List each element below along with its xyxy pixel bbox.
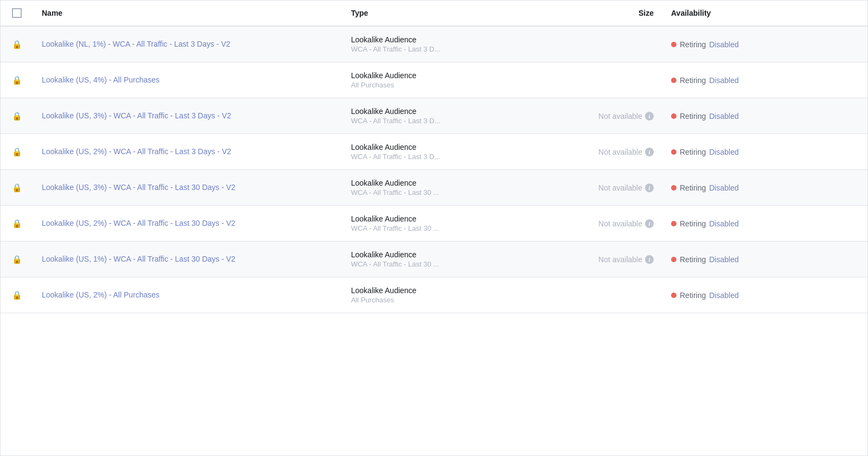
disabled-link[interactable]: Disabled (709, 76, 738, 85)
row-name-cell: Lookalike (US, 2%) - All Purchases (33, 277, 342, 313)
audience-name-link[interactable]: Lookalike (US, 2%) - WCA - All Traffic -… (42, 147, 231, 156)
audience-name-link[interactable]: Lookalike (US, 2%) - All Purchases (42, 290, 159, 299)
disabled-link[interactable]: Disabled (709, 40, 738, 49)
availability-content: RetiringDisabled (671, 183, 859, 192)
row-checkbox-cell: 🔒 (1, 62, 33, 98)
audience-name-link[interactable]: Lookalike (US, 1%) - WCA - All Traffic -… (42, 255, 235, 263)
row-type-cell: Lookalike AudienceWCA - All Traffic - La… (342, 26, 510, 62)
info-icon[interactable]: i (645, 183, 654, 192)
audience-name-link[interactable]: Lookalike (US, 3%) - WCA - All Traffic -… (42, 111, 231, 120)
row-name-cell: Lookalike (US, 4%) - All Purchases (33, 62, 342, 98)
availability-content: RetiringDisabled (671, 148, 859, 156)
audiences-table: Name Type Size Availability 🔒Lookalike (… (1, 1, 867, 313)
disabled-link[interactable]: Disabled (709, 219, 738, 228)
type-sub-label: WCA - All Traffic - Last 3 D... (351, 117, 502, 125)
row-type-cell: Lookalike AudienceWCA - All Traffic - La… (342, 170, 510, 206)
row-type-cell: Lookalike AudienceAll Purchases (342, 277, 510, 313)
row-checkbox-cell: 🔒 (1, 134, 33, 170)
disabled-link[interactable]: Disabled (709, 112, 738, 121)
row-name-cell: Lookalike (US, 2%) - WCA - All Traffic -… (33, 206, 342, 242)
audience-name-link[interactable]: Lookalike (US, 2%) - WCA - All Traffic -… (42, 219, 235, 227)
type-main-label: Lookalike Audience (351, 214, 502, 223)
retiring-status-dot (671, 185, 676, 191)
retiring-label: Retiring (680, 148, 706, 156)
availability-content: RetiringDisabled (671, 76, 859, 85)
retiring-status-dot (671, 293, 676, 298)
not-available-text: Not available (598, 112, 642, 121)
disabled-link[interactable]: Disabled (709, 183, 738, 192)
row-availability-cell: RetiringDisabled (662, 98, 867, 134)
row-type-cell: Lookalike AudienceWCA - All Traffic - La… (342, 206, 510, 242)
row-checkbox-cell: 🔒 (1, 242, 33, 277)
row-size-cell (510, 277, 662, 313)
row-name-cell: Lookalike (US, 2%) - WCA - All Traffic -… (33, 134, 342, 170)
select-all-checkbox[interactable] (12, 8, 22, 18)
row-checkbox-cell: 🔒 (1, 206, 33, 242)
lock-icon: 🔒 (12, 219, 22, 228)
row-checkbox-cell: 🔒 (1, 98, 33, 134)
type-sub-label: WCA - All Traffic - Last 30 ... (351, 188, 502, 197)
table-row: 🔒Lookalike (US, 3%) - WCA - All Traffic … (1, 98, 867, 134)
not-available-label: Not availablei (519, 255, 654, 264)
not-available-label: Not availablei (519, 148, 654, 156)
row-size-cell: Not availablei (510, 206, 662, 242)
retiring-status-dot (671, 78, 676, 83)
row-type-cell: Lookalike AudienceWCA - All Traffic - La… (342, 242, 510, 277)
table-row: 🔒Lookalike (US, 4%) - All PurchasesLooka… (1, 62, 867, 98)
header-name: Name (33, 1, 342, 26)
not-available-text: Not available (598, 219, 642, 228)
info-icon[interactable]: i (645, 255, 654, 264)
retiring-label: Retiring (680, 255, 706, 264)
info-icon[interactable]: i (645, 148, 654, 156)
availability-content: RetiringDisabled (671, 219, 859, 228)
not-available-label: Not availablei (519, 219, 654, 228)
table-header-row: Name Type Size Availability (1, 1, 867, 26)
row-availability-cell: RetiringDisabled (662, 242, 867, 277)
disabled-link[interactable]: Disabled (709, 291, 738, 300)
row-availability-cell: RetiringDisabled (662, 170, 867, 206)
lock-icon: 🔒 (12, 255, 22, 264)
header-checkbox-cell (1, 1, 33, 26)
retiring-status-dot (671, 113, 676, 119)
audience-name-link[interactable]: Lookalike (US, 3%) - WCA - All Traffic -… (42, 183, 235, 192)
row-availability-cell: RetiringDisabled (662, 277, 867, 313)
row-size-cell: Not availablei (510, 98, 662, 134)
retiring-label: Retiring (680, 112, 706, 121)
table-row: 🔒Lookalike (NL, 1%) - WCA - All Traffic … (1, 26, 867, 62)
availability-content: RetiringDisabled (671, 40, 859, 49)
table-row: 🔒Lookalike (US, 3%) - WCA - All Traffic … (1, 170, 867, 206)
row-availability-cell: RetiringDisabled (662, 26, 867, 62)
type-sub-label: WCA - All Traffic - Last 30 ... (351, 224, 502, 232)
info-icon[interactable]: i (645, 112, 654, 121)
info-icon[interactable]: i (645, 219, 654, 228)
not-available-label: Not availablei (519, 183, 654, 192)
row-name-cell: Lookalike (US, 3%) - WCA - All Traffic -… (33, 170, 342, 206)
type-sub-label: All Purchases (351, 81, 502, 89)
row-size-cell: Not availablei (510, 242, 662, 277)
lock-icon: 🔒 (12, 290, 22, 300)
lock-icon: 🔒 (12, 183, 22, 192)
type-sub-label: All Purchases (351, 296, 502, 304)
type-sub-label: WCA - All Traffic - Last 30 ... (351, 260, 502, 268)
retiring-status-dot (671, 42, 676, 47)
row-size-cell: Not availablei (510, 134, 662, 170)
disabled-link[interactable]: Disabled (709, 255, 738, 264)
not-available-text: Not available (598, 148, 642, 156)
disabled-link[interactable]: Disabled (709, 148, 738, 156)
availability-content: RetiringDisabled (671, 255, 859, 264)
header-availability: Availability (662, 1, 867, 26)
type-main-label: Lookalike Audience (351, 107, 502, 116)
type-main-label: Lookalike Audience (351, 179, 502, 187)
table-row: 🔒Lookalike (US, 2%) - WCA - All Traffic … (1, 206, 867, 242)
audience-name-link[interactable]: Lookalike (US, 4%) - All Purchases (42, 75, 159, 84)
retiring-label: Retiring (680, 40, 706, 49)
row-availability-cell: RetiringDisabled (662, 134, 867, 170)
lock-icon: 🔒 (12, 147, 22, 156)
row-type-cell: Lookalike AudienceWCA - All Traffic - La… (342, 98, 510, 134)
lock-icon: 🔒 (12, 40, 22, 49)
audience-name-link[interactable]: Lookalike (NL, 1%) - WCA - All Traffic -… (42, 40, 231, 48)
header-size: Size (510, 1, 662, 26)
lock-icon: 🔒 (12, 111, 22, 121)
lock-icon: 🔒 (12, 75, 22, 85)
table-row: 🔒Lookalike (US, 1%) - WCA - All Traffic … (1, 242, 867, 277)
